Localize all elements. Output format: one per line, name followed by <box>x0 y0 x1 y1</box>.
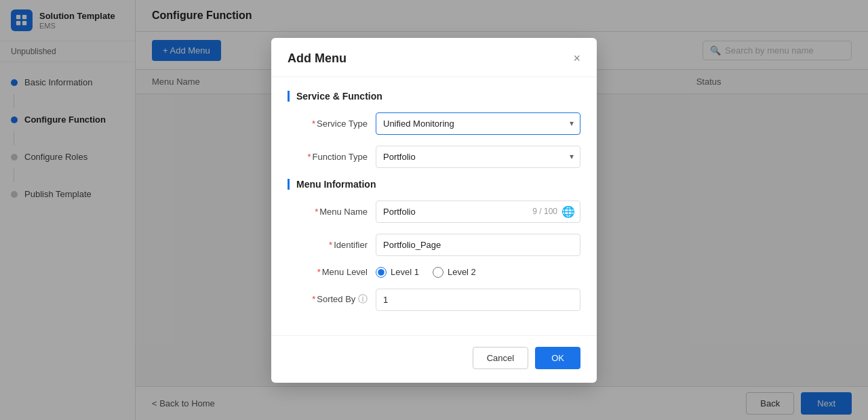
cancel-button[interactable]: Cancel <box>473 347 528 369</box>
sorted-by-wrapper <box>376 289 580 311</box>
level-1-label: Level 1 <box>391 267 419 277</box>
identifier-group: *Identifier <box>288 234 580 256</box>
modal-header: Add Menu × <box>271 38 597 77</box>
globe-icon[interactable]: 🌐 <box>561 205 575 218</box>
sorted-by-label: *Sorted By ⓘ <box>288 293 376 306</box>
function-type-group: *Function Type Portfolio Dashboard ▾ <box>288 146 580 168</box>
modal-title: Add Menu <box>288 51 347 66</box>
section-service-function: Service & Function <box>288 91 580 102</box>
sorted-by-group: *Sorted By ⓘ <box>288 289 580 311</box>
function-type-label: *Function Type <box>288 152 376 162</box>
service-type-select-wrapper: Unified Monitoring Other ▾ <box>376 112 580 135</box>
modal-overlay: Add Menu × Service & Function *Service T… <box>0 0 868 420</box>
menu-level-label: *Menu Level <box>288 267 376 277</box>
menu-name-label: *Menu Name <box>288 207 376 217</box>
ok-button[interactable]: OK <box>535 347 580 369</box>
level-1-option[interactable]: Level 1 <box>376 267 419 278</box>
menu-name-wrapper: 9 / 100 🌐 <box>376 201 580 223</box>
service-type-select[interactable]: Unified Monitoring Other <box>376 112 580 135</box>
level-2-radio[interactable] <box>433 267 443 278</box>
section-menu-information: Menu Information <box>288 179 580 190</box>
level-2-label: Level 2 <box>448 267 476 277</box>
add-menu-modal: Add Menu × Service & Function *Service T… <box>271 38 597 383</box>
service-type-label: *Service Type <box>288 119 376 129</box>
menu-level-group: *Menu Level Level 1 Level 2 <box>288 267 580 278</box>
identifier-label: *Identifier <box>288 240 376 250</box>
modal-footer: Cancel OK <box>271 335 597 383</box>
modal-body: Service & Function *Service Type Unified… <box>271 77 597 335</box>
level-1-radio[interactable] <box>376 267 387 278</box>
service-type-group: *Service Type Unified Monitoring Other ▾ <box>288 112 580 135</box>
menu-name-count: 9 / 100 <box>532 207 557 216</box>
function-type-select[interactable]: Portfolio Dashboard <box>376 146 580 168</box>
level-2-option[interactable]: Level 2 <box>433 267 476 278</box>
menu-level-radio-group: Level 1 Level 2 <box>376 267 476 278</box>
info-icon[interactable]: ⓘ <box>358 293 368 304</box>
sorted-by-input[interactable] <box>376 289 580 311</box>
modal-close-button[interactable]: × <box>573 52 580 64</box>
menu-name-group: *Menu Name 9 / 100 🌐 <box>288 201 580 223</box>
identifier-input[interactable] <box>376 234 580 256</box>
function-type-select-wrapper: Portfolio Dashboard ▾ <box>376 146 580 168</box>
